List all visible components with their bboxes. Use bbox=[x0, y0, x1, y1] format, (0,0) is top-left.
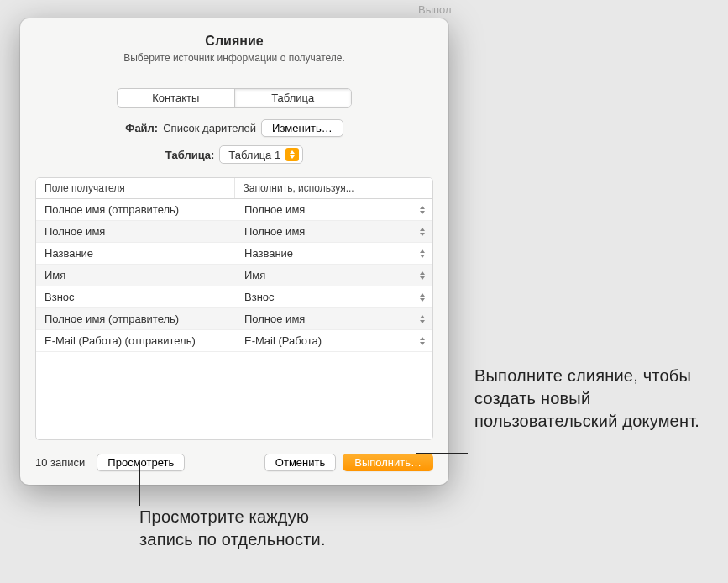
table-row[interactable]: Полное имя (отправитель)Полное имя bbox=[36, 199, 432, 221]
source-segmented-control: Контакты Таблица bbox=[117, 88, 352, 108]
file-label: Файл: bbox=[125, 122, 158, 134]
dialog-title: Слияние bbox=[37, 34, 432, 49]
callout-line-bottom-v bbox=[139, 464, 140, 506]
cell-fill-using[interactable]: Полное имя bbox=[236, 308, 432, 329]
file-value: Список дарителей bbox=[163, 122, 256, 134]
updown-stepper-icon bbox=[417, 337, 427, 345]
merge-button[interactable]: Выполнить… bbox=[343, 454, 433, 471]
table-row[interactable]: Полное имяПолное имя bbox=[36, 221, 432, 243]
segment-contacts[interactable]: Контакты bbox=[118, 89, 235, 107]
table-row[interactable]: ИмяИмя bbox=[36, 265, 432, 286]
segment-table[interactable]: Таблица bbox=[235, 89, 352, 107]
dialog-footer: 10 записи Просмотреть Отменить Выполнить… bbox=[20, 440, 448, 485]
cell-fill-using[interactable]: Полное имя bbox=[236, 221, 432, 242]
callout-right: Выполните слияние, чтобы создать новый п… bbox=[474, 365, 718, 433]
cell-recipient: Имя bbox=[36, 265, 236, 286]
fill-value: Полное имя bbox=[244, 225, 305, 238]
cell-fill-using[interactable]: Название bbox=[236, 243, 432, 264]
dialog-body: Контакты Таблица Файл: Список дарителей … bbox=[20, 76, 448, 440]
updown-stepper-icon bbox=[417, 293, 427, 302]
col-fill-using: Заполнить, используя... bbox=[235, 178, 433, 198]
merge-dialog: Слияние Выберите источник информации о п… bbox=[20, 18, 448, 485]
table-popup-value: Таблица 1 bbox=[228, 149, 280, 161]
cell-recipient: Название bbox=[36, 243, 236, 264]
records-count: 10 записи bbox=[35, 456, 85, 469]
fill-value: Полное имя bbox=[244, 203, 305, 216]
callout-bottom: Просмотрите каждую запись по отдельности… bbox=[139, 506, 358, 551]
callout-line-right bbox=[416, 453, 468, 454]
fill-value: Полное имя bbox=[244, 313, 305, 325]
table-label: Таблица: bbox=[165, 149, 215, 161]
fill-value: Имя bbox=[244, 269, 265, 281]
fill-value: E-Mail (Работа) bbox=[244, 334, 322, 347]
cancel-button[interactable]: Отменить bbox=[264, 454, 336, 471]
cell-fill-using[interactable]: E-Mail (Работа) bbox=[236, 330, 432, 351]
cell-recipient: Полное имя (отправитель) bbox=[36, 308, 236, 329]
updown-stepper-icon bbox=[417, 206, 427, 214]
col-recipient-field: Поле получателя bbox=[36, 178, 235, 198]
table-row[interactable]: НазваниеНазвание bbox=[36, 243, 432, 265]
updown-stepper-icon bbox=[417, 228, 427, 236]
cell-recipient: Полное имя (отправитель) bbox=[36, 199, 236, 220]
change-file-button[interactable]: Изменить… bbox=[261, 119, 343, 137]
table-row[interactable]: Полное имя (отправитель)Полное имя bbox=[36, 308, 432, 330]
cell-recipient: Взнос bbox=[36, 286, 236, 307]
cell-recipient: E-Mail (Работа) (отправитель) bbox=[36, 330, 236, 351]
preview-button[interactable]: Просмотреть bbox=[97, 454, 185, 471]
updown-stepper-icon bbox=[417, 315, 427, 323]
cell-fill-using[interactable]: Полное имя bbox=[236, 199, 432, 220]
table-row[interactable]: E-Mail (Работа) (отправитель)E-Mail (Раб… bbox=[36, 330, 432, 352]
table-row: Таблица: Таблица 1 bbox=[35, 145, 433, 164]
dialog-subtitle: Выберите источник информации о получател… bbox=[37, 52, 432, 64]
table-popup-button[interactable]: Таблица 1 bbox=[219, 145, 303, 164]
updown-stepper-icon bbox=[417, 249, 427, 258]
cell-fill-using[interactable]: Взнос bbox=[236, 286, 432, 307]
updown-arrows-icon bbox=[285, 148, 299, 161]
updown-stepper-icon bbox=[417, 271, 427, 280]
file-row: Файл: Список дарителей Изменить… bbox=[35, 119, 433, 137]
table-row[interactable]: ВзносВзнос bbox=[36, 286, 432, 308]
table-body: Полное имя (отправитель)Полное имяПолное… bbox=[36, 199, 432, 352]
table-header: Поле получателя Заполнить, используя... bbox=[36, 178, 432, 199]
cell-fill-using[interactable]: Имя bbox=[236, 265, 432, 286]
cell-recipient: Полное имя bbox=[36, 221, 236, 242]
fields-table: Поле получателя Заполнить, используя... … bbox=[35, 177, 433, 440]
fill-value: Взнос bbox=[244, 291, 275, 303]
dialog-header: Слияние Выберите источник информации о п… bbox=[20, 18, 448, 76]
fill-value: Название bbox=[244, 247, 293, 260]
bg-partial-text: Выпол bbox=[418, 3, 452, 16]
